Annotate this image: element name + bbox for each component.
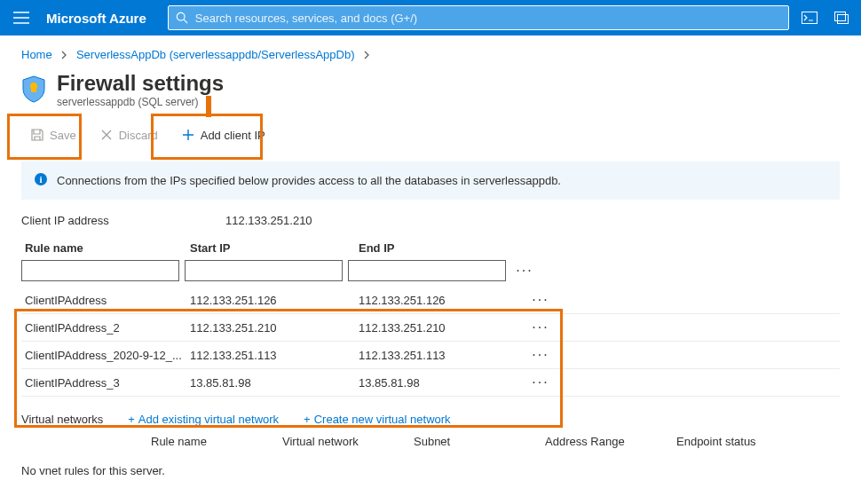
vnet-header-rule: Rule name bbox=[151, 435, 282, 448]
more-icon[interactable]: ··· bbox=[527, 374, 554, 390]
new-start-ip-input[interactable] bbox=[185, 260, 343, 281]
client-ip-row: Client IP address 112.133.251.210 bbox=[21, 214, 840, 227]
plus-icon bbox=[181, 128, 195, 142]
vnet-header-endpoint: Endpoint status bbox=[676, 435, 808, 448]
chevron-right-icon bbox=[363, 49, 370, 62]
header-end-ip: End IP bbox=[359, 241, 527, 255]
directory-icon[interactable] bbox=[833, 9, 850, 27]
table-row: ClientIPAddress_313.85.81.9813.85.81.98·… bbox=[21, 369, 840, 397]
svg-line-1 bbox=[184, 20, 187, 23]
more-icon[interactable]: ··· bbox=[527, 292, 554, 308]
start-ip-cell: 112.133.251.210 bbox=[190, 321, 359, 335]
info-banner: i Connections from the IPs specified bel… bbox=[21, 161, 840, 200]
rule-name-cell: ClientIPAddress_2 bbox=[25, 321, 190, 335]
shield-icon bbox=[21, 75, 46, 103]
new-rule-name-input[interactable] bbox=[21, 260, 179, 281]
page-title: Firewall settings bbox=[57, 71, 224, 96]
end-ip-cell: 112.133.251.210 bbox=[359, 321, 527, 335]
vnet-header-range: Address Range bbox=[545, 435, 676, 448]
breadcrumb-db[interactable]: ServerlessAppDb (serverlessappdb/Serverl… bbox=[76, 48, 355, 61]
content: Client IP address 112.133.251.210 Rule n… bbox=[0, 214, 861, 477]
start-ip-cell: 13.85.81.98 bbox=[190, 376, 359, 390]
create-new-vnet-link[interactable]: + Create new virtual network bbox=[304, 413, 451, 426]
rule-name-cell: ClientIPAddress bbox=[25, 294, 190, 307]
breadcrumb: Home ServerlessAppDb (serverlessappdb/Se… bbox=[0, 35, 861, 71]
search-input[interactable] bbox=[195, 12, 781, 25]
start-ip-cell: 112.133.251.113 bbox=[190, 349, 359, 362]
rules-body: ClientIPAddress112.133.251.126112.133.25… bbox=[21, 287, 840, 397]
svg-rect-2 bbox=[802, 12, 818, 24]
discard-button[interactable]: Discard bbox=[91, 122, 167, 147]
table-row: ClientIPAddress112.133.251.126112.133.25… bbox=[21, 287, 840, 314]
client-ip-label: Client IP address bbox=[21, 214, 225, 227]
highlight-connector bbox=[206, 96, 211, 117]
plus-icon: + bbox=[304, 413, 311, 426]
info-text: Connections from the IPs specified below… bbox=[57, 174, 561, 187]
svg-rect-4 bbox=[838, 15, 849, 24]
svg-text:i: i bbox=[39, 174, 42, 185]
end-ip-cell: 112.133.251.126 bbox=[359, 294, 527, 307]
more-icon[interactable]: ··· bbox=[527, 347, 554, 363]
add-client-ip-button[interactable]: Add client IP bbox=[172, 122, 274, 147]
discard-icon bbox=[99, 128, 114, 142]
top-bar: Microsoft Azure bbox=[0, 0, 861, 35]
rule-name-cell: ClientIPAddress_2020-9-12_... bbox=[25, 349, 190, 362]
svg-rect-3 bbox=[835, 12, 846, 21]
vnet-header-vn: Virtual network bbox=[282, 435, 414, 448]
client-ip-value: 112.133.251.210 bbox=[225, 214, 312, 227]
svg-rect-6 bbox=[31, 87, 36, 92]
vnet-section: Virtual networks + Add existing virtual … bbox=[21, 413, 840, 477]
more-icon[interactable]: ··· bbox=[511, 263, 538, 279]
brand-label: Microsoft Azure bbox=[46, 11, 146, 26]
search-icon bbox=[176, 12, 188, 24]
start-ip-cell: 112.133.251.126 bbox=[190, 294, 359, 307]
end-ip-cell: 13.85.81.98 bbox=[359, 376, 527, 390]
plus-icon: + bbox=[128, 413, 135, 426]
table-row: ClientIPAddress_2112.133.251.210112.133.… bbox=[21, 314, 840, 342]
svg-point-0 bbox=[177, 12, 185, 20]
table-row: ClientIPAddress_2020-9-12_...112.133.251… bbox=[21, 342, 840, 369]
page-subtitle: serverlessappdb (SQL server) bbox=[57, 96, 224, 108]
more-icon[interactable]: ··· bbox=[527, 319, 554, 335]
rule-input-row: ··· bbox=[21, 260, 840, 281]
no-vnet-message: No vnet rules for this server. bbox=[21, 464, 840, 477]
toolbar: Save Discard Add client IP bbox=[0, 115, 861, 158]
top-icons bbox=[801, 9, 850, 27]
search-box[interactable] bbox=[168, 5, 789, 30]
add-existing-vnet-link[interactable]: + Add existing virtual network bbox=[128, 413, 279, 426]
new-end-ip-input[interactable] bbox=[348, 260, 506, 281]
cloud-shell-icon[interactable] bbox=[801, 9, 818, 27]
vnet-label: Virtual networks bbox=[21, 413, 103, 426]
rules-header: Rule name Start IP End IP bbox=[21, 241, 840, 255]
vnet-header-subnet: Subnet bbox=[414, 435, 545, 448]
save-icon bbox=[30, 128, 44, 142]
chevron-right-icon bbox=[60, 49, 67, 62]
page-header: Firewall settings serverlessappdb (SQL s… bbox=[0, 71, 861, 115]
info-icon: i bbox=[34, 172, 48, 189]
vnet-headers: Rule name Virtual network Subnet Address… bbox=[21, 435, 840, 448]
hamburger-icon[interactable] bbox=[11, 7, 32, 28]
save-button[interactable]: Save bbox=[21, 122, 85, 147]
header-start-ip: Start IP bbox=[190, 241, 359, 255]
rule-name-cell: ClientIPAddress_3 bbox=[25, 376, 190, 390]
end-ip-cell: 112.133.251.113 bbox=[359, 349, 527, 362]
header-rule-name: Rule name bbox=[25, 241, 190, 255]
breadcrumb-home[interactable]: Home bbox=[21, 48, 52, 61]
